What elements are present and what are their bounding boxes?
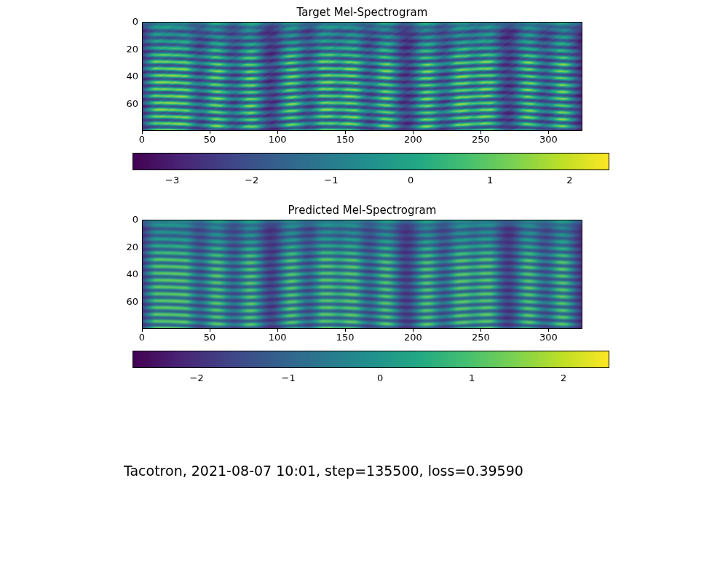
colorbar-tick: −1: [274, 372, 303, 383]
x-tick: 250: [466, 134, 495, 145]
panel-1-title: Target Mel-Spectrogram: [142, 6, 582, 19]
y-tick: 20: [109, 44, 138, 55]
panel-2-colorbar: [132, 351, 609, 368]
y-tick: 0: [109, 214, 138, 225]
y-tick: 20: [109, 242, 138, 252]
panel-1-xticks: 050100150200250300: [142, 134, 582, 148]
target-spectrogram-image: [142, 22, 582, 131]
colorbar-tick: 1: [457, 372, 486, 383]
panel-2-yticks: 0204060: [109, 220, 138, 329]
colorbar-tick: −1: [317, 175, 346, 186]
x-tick: 100: [263, 332, 292, 343]
x-tick: 0: [127, 134, 157, 145]
colorbar-tick: 0: [396, 175, 425, 186]
panel-2-colorbar-ticks: −2−1012: [132, 371, 609, 386]
panel-1-yticks: 0204060: [109, 22, 138, 131]
y-tick: 0: [109, 16, 138, 27]
colorbar-tick: −3: [158, 175, 187, 186]
colorbar-tick: 2: [549, 372, 578, 383]
y-tick: 40: [109, 268, 138, 279]
colorbar-tick: −2: [237, 175, 266, 186]
x-tick: 0: [127, 332, 157, 343]
panel-2-title: Predicted Mel-Spectrogram: [142, 204, 582, 217]
colorbar-tick: −2: [182, 372, 211, 383]
figure-caption: Tacotron, 2021-08-07 10:01, step=135500,…: [124, 463, 523, 479]
x-tick: 300: [534, 332, 563, 343]
x-tick: 50: [195, 332, 224, 343]
x-tick: 200: [398, 332, 427, 343]
figure: Target Mel-Spectrogram 0204060 050100150…: [0, 0, 728, 582]
colorbar-tick: 0: [365, 372, 395, 383]
x-tick: 150: [331, 134, 360, 145]
y-tick: 40: [109, 71, 138, 81]
x-tick: 250: [466, 332, 495, 343]
x-tick: 50: [195, 134, 224, 145]
x-tick: 300: [534, 134, 563, 145]
predicted-spectrogram-image: [142, 220, 582, 329]
panel-2-xticks: 050100150200250300: [142, 332, 582, 346]
colorbar-tick: 2: [555, 175, 584, 186]
x-tick: 150: [331, 332, 360, 343]
x-tick: 100: [263, 134, 292, 145]
panel-1-colorbar: [132, 153, 609, 170]
colorbar-tick: 1: [475, 175, 505, 186]
x-tick: 200: [398, 134, 427, 145]
y-tick: 60: [109, 98, 138, 109]
y-tick: 60: [109, 296, 138, 307]
panel-1-colorbar-ticks: −3−2−1012: [132, 173, 609, 188]
